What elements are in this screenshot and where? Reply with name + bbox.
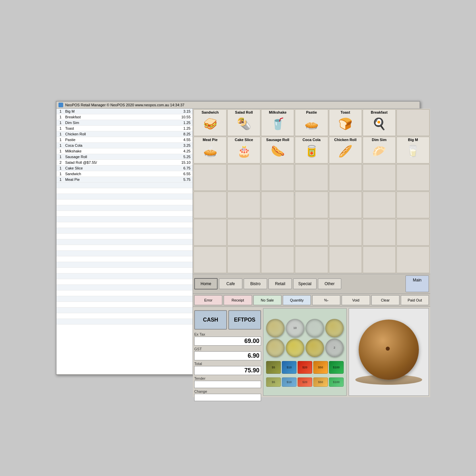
cat-btn-other[interactable]: Other xyxy=(318,278,341,289)
cat-btn-bistro[interactable]: Bistro xyxy=(244,278,267,289)
action-btn-quantity[interactable]: Quantity xyxy=(283,295,311,305)
product-emoji: 🥧 xyxy=(200,143,220,159)
cat-btn-retail[interactable]: Retail xyxy=(268,278,292,289)
product-cell-big-m[interactable]: Big M 🥛 xyxy=(396,137,430,163)
empty-row xyxy=(56,188,193,194)
banknote: $5 xyxy=(266,361,281,374)
product-cell-sausage-roll[interactable]: Sausage Roll 🌭 xyxy=(261,137,294,163)
total-value: 75.90 xyxy=(194,366,261,375)
coin xyxy=(266,319,284,337)
product-emoji: 🍞 xyxy=(335,115,355,132)
empty-row xyxy=(56,273,193,279)
product-label: Toast xyxy=(341,110,350,115)
order-row[interactable]: 1 Big M 3.15 xyxy=(56,109,193,114)
order-name: Coca Cola xyxy=(64,143,175,147)
category-bar: HomeCafeBistroRetailSpecialOther Main xyxy=(193,274,430,294)
order-list[interactable]: 1 Big M 3.15 1 Breakfast 10.55 1 Dim Sim… xyxy=(56,109,193,374)
product-cell-empty xyxy=(194,219,227,246)
coin: 2 xyxy=(325,339,344,357)
product-cell-empty xyxy=(295,164,328,191)
product-cell-dim-sim[interactable]: Dim Sim 🥟 xyxy=(363,137,396,163)
product-cell-pastie[interactable]: Pastie 🥧 xyxy=(295,109,328,136)
action-btn-receipt[interactable]: Receipt xyxy=(224,295,252,305)
empty-row xyxy=(56,268,193,273)
action-btn-clear[interactable]: Clear xyxy=(371,295,399,305)
banknote-sample-5: $100 xyxy=(329,377,344,387)
product-cell-salad-roll[interactable]: Salad Roll 🌯 xyxy=(227,109,260,136)
order-row[interactable]: 2 Salad Roll @$7.55/ 15.10 xyxy=(56,160,193,165)
order-row[interactable]: 1 Sandwich 6.55 xyxy=(56,171,193,177)
order-row[interactable]: 1 Dim Sim 1.25 xyxy=(56,120,193,126)
order-row[interactable]: 1 Coca Cola 3.25 xyxy=(56,143,193,148)
empty-row xyxy=(56,228,193,234)
product-cell-sandwich[interactable]: Sandwich 🥪 xyxy=(194,109,227,136)
action-btn-void[interactable]: Void xyxy=(342,295,370,305)
title-bar: NeoPOS Retail Manager © NeoPOS 2020 www.… xyxy=(56,102,420,109)
order-price: 10.55 xyxy=(175,115,192,119)
product-cell-empty xyxy=(396,246,430,273)
ex-tax-value: 69.00 xyxy=(194,337,261,346)
cat-btn-cafe[interactable]: Cafe xyxy=(219,278,242,289)
order-row[interactable]: 1 Toast 1.25 xyxy=(56,126,193,131)
action-btn-no-sale[interactable]: No Sale xyxy=(253,295,281,305)
order-name: Chicken Roll xyxy=(64,132,175,136)
banknote-sample-3: $20 xyxy=(298,377,312,387)
action-btn-error[interactable]: Error xyxy=(194,295,222,305)
product-cell-breakfast[interactable]: Breakfast 🍳 xyxy=(363,109,396,136)
product-emoji: 🥪 xyxy=(200,115,220,132)
cash-button[interactable]: CASH xyxy=(194,310,227,330)
product-cell-milkshake[interactable]: Milkshake 🥤 xyxy=(261,109,294,136)
empty-row xyxy=(56,319,193,325)
product-cell-empty xyxy=(363,219,396,246)
order-name: Salad Roll @$7.55/ xyxy=(64,160,175,164)
product-emoji: 🎂 xyxy=(234,143,254,159)
order-row[interactable]: 1 Cake Slice 6.75 xyxy=(56,165,193,171)
order-price: 1.25 xyxy=(175,121,192,125)
product-emoji: 🥫 xyxy=(302,143,322,159)
product-grid[interactable]: ⬡ CASHREGISTER WAREHOUSE Sandwich 🥪 Sala… xyxy=(193,109,430,274)
product-emoji: 🥧 xyxy=(302,115,322,132)
empty-row xyxy=(56,245,193,251)
eftpos-button[interactable]: EFTPOS xyxy=(228,310,261,330)
coin xyxy=(266,339,284,357)
action-btn-paid-out[interactable]: Paid Out xyxy=(401,295,429,305)
empty-row xyxy=(56,205,193,211)
total-label: Total xyxy=(194,362,261,366)
product-emoji: 🌭 xyxy=(268,143,288,159)
product-emoji: 🥖 xyxy=(335,143,355,159)
product-label: Coca Cola xyxy=(303,138,321,142)
order-name: Sandwich xyxy=(64,172,175,176)
product-cell-empty xyxy=(261,219,294,246)
order-row[interactable]: 1 Sausage Roll 5.25 xyxy=(56,154,193,160)
product-cell-coca-cola[interactable]: Coca Cola 🥫 xyxy=(295,137,328,163)
app-window: NeoPOS Retail Manager © NeoPOS 2020 www.… xyxy=(56,101,420,375)
product-label: Dim Sim xyxy=(372,138,386,142)
coin xyxy=(306,319,324,337)
order-name: Big M xyxy=(64,109,175,113)
order-row[interactable]: 1 Milkshake 4.25 xyxy=(56,148,193,154)
right-panel: ⬡ CASHREGISTER WAREHOUSE Sandwich 🥪 Sala… xyxy=(193,109,430,374)
order-row[interactable]: 1 Pastie 4.55 xyxy=(56,137,193,143)
product-cell-meat-pie[interactable]: Meat Pie 🥧 xyxy=(194,137,227,163)
product-cell-toast[interactable]: Toast 🍞 xyxy=(329,109,362,136)
product-cell-cake-slice[interactable]: Cake Slice 🎂 xyxy=(227,137,260,163)
change-input[interactable] xyxy=(194,394,261,401)
order-name: Sausage Roll xyxy=(64,155,175,159)
product-cell-empty xyxy=(261,192,294,218)
cat-btn-special[interactable]: Special xyxy=(293,278,317,289)
order-row[interactable]: 1 Meat Pie 5.75 xyxy=(56,177,193,183)
product-cell-chicken-roll[interactable]: Chicken Roll 🥖 xyxy=(329,137,362,163)
main-button[interactable]: Main xyxy=(405,275,429,292)
order-row[interactable]: 1 Breakfast 10.55 xyxy=(56,114,193,120)
order-qty: 1 xyxy=(57,138,64,142)
order-row[interactable]: 1 Chicken Roll 8.25 xyxy=(56,131,193,137)
bottom-section: CASH EFTPOS Ex Tax 69.00 GST 6.90 Total … xyxy=(193,307,430,397)
order-name: Breakfast xyxy=(64,115,175,119)
product-label: Cake Slice xyxy=(235,138,253,142)
cat-btn-home[interactable]: Home xyxy=(194,278,218,289)
action-btn-pct-[interactable]: %- xyxy=(312,295,340,305)
tender-input[interactable] xyxy=(194,381,261,388)
title-text: NeoPOS Retail Manager © NeoPOS 2020 www.… xyxy=(65,103,185,107)
order-name: Dim Sim xyxy=(64,121,175,125)
order-qty: 1 xyxy=(57,177,64,182)
